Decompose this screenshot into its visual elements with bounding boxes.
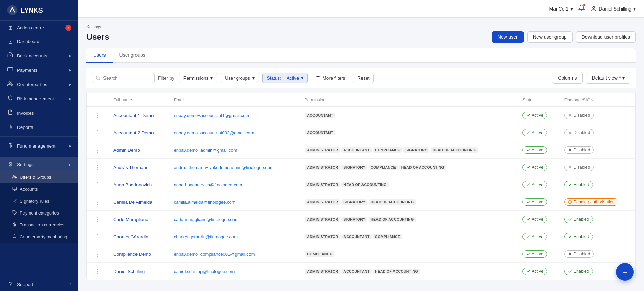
sidebar-sub-payment-categories[interactable]: Payment categories bbox=[0, 207, 78, 219]
col-fullname[interactable]: Full name ↑ bbox=[108, 93, 168, 107]
row-menu-button[interactable]: ⋮ bbox=[92, 129, 102, 137]
sidebar-item-payments[interactable]: Payments ▶ bbox=[0, 63, 78, 77]
status-badge: Active bbox=[522, 164, 547, 171]
user-name-link[interactable]: Accountant 2 Demo bbox=[113, 130, 154, 135]
sidebar-item-invoices[interactable]: Invoices bbox=[0, 106, 78, 120]
user-groups-filter[interactable]: User groups ▾ bbox=[221, 73, 259, 83]
status-badge: Active bbox=[522, 112, 547, 119]
row-menu-button[interactable]: ⋮ bbox=[92, 111, 102, 119]
svg-line-21 bbox=[99, 79, 100, 80]
permission-badge: ADMINISTRATOR bbox=[305, 217, 340, 222]
tab-user-groups[interactable]: User groups bbox=[113, 48, 152, 63]
row-menu-button[interactable]: ⋮ bbox=[92, 233, 102, 241]
user-name-link[interactable]: Carlo Maragliano bbox=[113, 217, 148, 222]
permission-badge: SIGNATORY bbox=[341, 217, 367, 222]
permission-badge: COMPLIANCE bbox=[305, 251, 334, 257]
search-input[interactable] bbox=[103, 75, 151, 81]
sidebar-item-counterparties[interactable]: Counterparties ▶ bbox=[0, 77, 78, 91]
download-user-profiles-button[interactable]: Download user profiles bbox=[576, 31, 636, 43]
col-email: Email bbox=[168, 93, 299, 107]
sidebar-sub-counterparty-monitoring[interactable]: Counterparty monitoring bbox=[0, 231, 78, 243]
notifications-bell[interactable] bbox=[578, 4, 585, 13]
user-name-link[interactable]: Daniel Schilling bbox=[113, 269, 145, 274]
company-name: ManCo 1 bbox=[549, 6, 568, 12]
user-name-link[interactable]: Accountant 1 Demo bbox=[113, 113, 154, 118]
fullname-sort-icon: ↑ bbox=[134, 98, 136, 102]
sidebar-item-bank-accounts[interactable]: Bank accounts ▶ bbox=[0, 49, 78, 63]
sidebar-sub-signatory-rules[interactable]: Signatory rules bbox=[0, 195, 78, 207]
columns-button[interactable]: Columns bbox=[552, 72, 582, 84]
finologee-sign-badge: Enabled bbox=[564, 268, 593, 275]
sidebar-label-bank-accounts: Bank accounts bbox=[17, 53, 47, 58]
row-menu-button[interactable]: ⋮ bbox=[92, 181, 102, 189]
row-menu-button[interactable]: ⋮ bbox=[92, 146, 102, 154]
new-user-button[interactable]: New user bbox=[492, 31, 524, 43]
svg-point-0 bbox=[7, 5, 17, 15]
app-logo[interactable]: LYNKS bbox=[0, 0, 78, 21]
invoices-icon bbox=[7, 109, 14, 116]
settings-icon: ⚙ bbox=[7, 161, 14, 168]
row-menu-cell: ⋮ bbox=[87, 176, 108, 193]
new-user-group-button[interactable]: New user group bbox=[527, 31, 573, 43]
row-menu-button[interactable]: ⋮ bbox=[92, 198, 102, 206]
row-menu-button[interactable]: ⋮ bbox=[92, 267, 102, 275]
sidebar-item-risk-management[interactable]: Risk management ▶ bbox=[0, 91, 78, 106]
payment-categories-icon bbox=[12, 210, 17, 216]
more-filters-button[interactable]: More filters bbox=[311, 73, 350, 83]
counterparties-icon bbox=[7, 81, 14, 88]
sidebar-label-settings: Settings bbox=[17, 162, 34, 167]
permission-badge: ADMINISTRATOR bbox=[305, 165, 340, 170]
sidebar-sub-users-groups[interactable]: Users & Groups bbox=[0, 171, 78, 183]
user-name-link[interactable]: Compliance Demo bbox=[113, 252, 151, 257]
user-permissions: ADMINISTRATORACCOUNTANTHEAD OF ACCOUNTIN… bbox=[299, 263, 517, 280]
user-name-link[interactable]: Anna Bogdanovich bbox=[113, 182, 152, 187]
permission-badge: ACCOUNTANT bbox=[305, 130, 335, 135]
user-email: carlo.maragliano@finologee.com bbox=[174, 217, 239, 222]
user-name-link[interactable]: Admin Demo bbox=[113, 148, 140, 153]
permission-badge: HEAD OF ACCOUNTING bbox=[369, 217, 416, 222]
default-view-button[interactable]: Default view * ▾ bbox=[586, 72, 630, 84]
permission-badge: HEAD OF ACCOUNTING bbox=[369, 199, 416, 205]
tab-users[interactable]: Users bbox=[86, 48, 113, 63]
sidebar-item-support[interactable]: ? Support ↗ bbox=[0, 277, 78, 291]
sidebar-label-risk-management: Risk management bbox=[17, 96, 54, 101]
sidebar-sub-transaction-currencies[interactable]: Transaction currencies bbox=[0, 219, 78, 231]
user-permissions: ADMINISTRATORSIGNATORYHEAD OF ACCOUNTING bbox=[299, 211, 517, 228]
company-selector[interactable]: ManCo 1 ▾ bbox=[549, 6, 573, 12]
status-chevron-icon: ▾ bbox=[301, 75, 303, 81]
user-permissions: ADMINISTRATORHEAD OF ACCOUNTING bbox=[299, 176, 517, 193]
sidebar-item-settings[interactable]: ⚙ Settings ▼ bbox=[0, 157, 78, 171]
user-name-link[interactable]: András Thomann bbox=[113, 165, 148, 170]
user-permissions: ACCOUNTANT bbox=[299, 107, 517, 124]
user-email: daniel.schilling@finologee.com bbox=[174, 269, 235, 274]
status-filter[interactable]: Status: Active ▾ bbox=[262, 73, 308, 83]
user-name-link[interactable]: Camila De Almeida bbox=[113, 200, 152, 205]
permission-badge: COMPLIANCE bbox=[373, 234, 402, 239]
finologee-sign-badge: Disabled bbox=[564, 129, 594, 136]
sidebar-sub-accounts[interactable]: Accounts bbox=[0, 183, 78, 195]
fund-management-chevron: ▶ bbox=[69, 144, 71, 148]
sidebar-item-fund-management[interactable]: Fund management ▶ bbox=[0, 139, 78, 153]
row-menu-button[interactable]: ⋮ bbox=[92, 250, 102, 258]
reset-filters-button[interactable]: Reset bbox=[353, 73, 374, 83]
sidebar-item-reports[interactable]: Reports bbox=[0, 120, 78, 134]
table-body: ⋮Accountant 1 Demoenpay.demo+accountant1… bbox=[87, 107, 635, 280]
user-menu[interactable]: Daniel Schilling ▾ bbox=[591, 6, 636, 12]
permissions-filter-label: Permissions bbox=[183, 75, 209, 81]
permission-badge: ACCOUNTANT bbox=[341, 234, 371, 239]
user-name-link[interactable]: Charles Gérardin bbox=[113, 234, 148, 239]
bank-accounts-icon bbox=[7, 52, 14, 59]
row-menu-button[interactable]: ⋮ bbox=[92, 163, 102, 171]
user-email: andras.thomann+lynksdemoadmin@finologee.… bbox=[174, 165, 274, 170]
search-box[interactable] bbox=[92, 73, 155, 83]
status-badge: Active bbox=[522, 268, 547, 275]
support-icon: ? bbox=[7, 281, 14, 287]
sidebar-item-dashboard[interactable]: ⊡ Dashboard bbox=[0, 35, 78, 49]
fab-button[interactable]: + bbox=[616, 263, 634, 281]
payments-icon bbox=[7, 67, 14, 73]
row-menu-button[interactable]: ⋮ bbox=[92, 215, 102, 223]
topbar: ManCo 1 ▾ Daniel Schilling ▾ bbox=[78, 0, 644, 18]
finologee-sign-badge: Pending authorisation bbox=[564, 198, 618, 206]
permissions-filter[interactable]: Permissions ▾ bbox=[179, 73, 218, 83]
sidebar-item-action-centre[interactable]: ⊞ Action centre ! bbox=[0, 21, 78, 35]
